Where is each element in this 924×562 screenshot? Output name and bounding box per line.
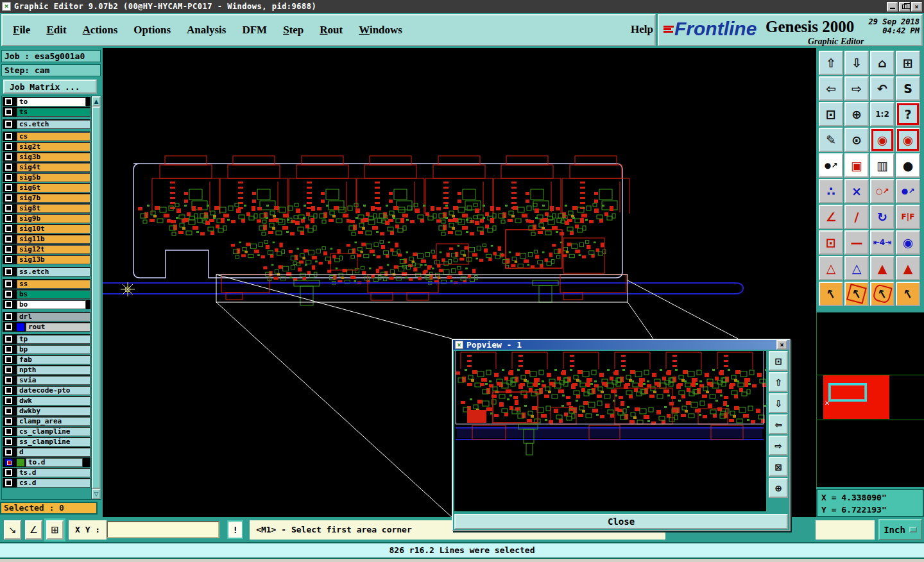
layer-checkbox[interactable] — [5, 346, 12, 353]
popview-close-button[interactable]: Close — [454, 514, 788, 529]
layer-row[interactable]: ts — [3, 107, 90, 117]
layer-checkbox[interactable] — [5, 438, 12, 445]
layer-row[interactable]: sig7b — [3, 193, 90, 203]
layer-row[interactable]: to.d ▼⊞ — [3, 457, 90, 467]
split-window-xy-button[interactable]: ⊞ — [896, 51, 920, 75]
layer-checkbox[interactable] — [5, 215, 12, 222]
close-button[interactable]: × — [911, 2, 922, 12]
layer-name[interactable]: bp — [17, 345, 90, 354]
measure-gap-button[interactable]: ⇤4⇥ — [870, 230, 894, 255]
select-net-button[interactable]: ↖ — [896, 282, 920, 306]
layer-checkbox[interactable] — [5, 280, 12, 287]
edit-symbol-button[interactable]: ▣ — [844, 153, 869, 178]
popview-title-bar[interactable]: × Popview - 1 × — [453, 340, 789, 350]
menu-item[interactable]: Analysis — [187, 24, 226, 37]
scale-1-2-button[interactable]: 1:2 — [870, 102, 894, 126]
layer-checkbox[interactable] — [5, 323, 12, 330]
layer-checkbox[interactable] — [5, 98, 12, 105]
units-button[interactable]: Inch — [878, 519, 922, 540]
zoom-target-button[interactable]: ⊙ — [844, 128, 869, 152]
layer-checkbox[interactable] — [5, 205, 12, 212]
layer-checkbox[interactable] — [5, 235, 12, 243]
rotate-object-button[interactable]: ↻ — [870, 205, 894, 229]
layer-row[interactable]: ss_clampline — [3, 437, 90, 447]
merge-surfaces-button[interactable]: ◉ — [896, 230, 920, 255]
alert-button[interactable]: ! — [227, 520, 243, 539]
popview-close-x-button[interactable]: × — [776, 340, 787, 350]
serpentine-view-button[interactable]: S — [896, 76, 920, 101]
layer-name[interactable]: cs.etch — [17, 120, 90, 129]
layer-checkbox[interactable] — [5, 164, 12, 171]
move-object-button[interactable]: ●↗ — [896, 179, 920, 203]
layer-checkbox[interactable] — [5, 133, 12, 140]
layer-name[interactable]: sig9b — [17, 214, 90, 223]
layer-name[interactable]: d — [17, 448, 90, 457]
layer-checkbox[interactable] — [5, 268, 12, 275]
stretch-line-button[interactable]: — — [844, 230, 869, 255]
scroll-down-icon[interactable]: ▽ — [92, 489, 101, 499]
popview-canvas[interactable] — [454, 351, 766, 511]
layer-name[interactable]: cs.d — [17, 479, 90, 488]
popview-clone-button[interactable]: ⊡ — [769, 351, 788, 371]
layer-checkbox[interactable] — [5, 356, 12, 363]
layer-checkbox[interactable] — [5, 194, 12, 201]
layer-row[interactable]: clamp_area — [3, 416, 90, 426]
layer-name[interactable]: datecode-pto — [17, 386, 90, 395]
pan-right-button[interactable]: ⇨ — [844, 76, 869, 101]
layer-row[interactable]: sig12t — [3, 244, 90, 254]
layer-name[interactable]: sig4t — [17, 163, 90, 172]
previous-view-button[interactable]: ↶ — [870, 76, 894, 101]
layer-checkbox[interactable] — [5, 108, 12, 115]
fit-window-button[interactable]: ⊡ — [819, 102, 843, 126]
layer-row[interactable]: sig9b — [3, 214, 90, 223]
layer-row[interactable]: cs_clampline — [3, 427, 90, 436]
layer-name[interactable]: rout — [26, 323, 90, 332]
triangle-tool-2-button[interactable]: △ — [844, 256, 869, 280]
popview-pan-left-button[interactable]: ⇦ — [769, 414, 788, 434]
layer-name[interactable]: ss — [17, 280, 90, 289]
layer-row[interactable]: tp — [3, 334, 90, 344]
layer-name[interactable]: to.d — [26, 458, 83, 467]
net-connect-button[interactable]: ∴ — [819, 179, 843, 203]
select-polygon-button[interactable]: ↖ — [870, 282, 894, 306]
layer-row[interactable]: ss.etch — [3, 267, 90, 277]
layer-name[interactable]: ts — [17, 108, 90, 117]
layer-name[interactable]: ss.etch — [17, 268, 90, 277]
layer-checkbox[interactable] — [5, 153, 12, 160]
layer-checkbox[interactable] — [5, 291, 12, 298]
layer-checkbox[interactable] — [5, 121, 12, 128]
layer-checkbox[interactable] — [5, 174, 12, 181]
menu-item[interactable]: Windows — [359, 24, 402, 37]
display-profile-1-button[interactable]: ◉ — [870, 128, 894, 152]
select-frame-button[interactable]: ↖ — [844, 282, 869, 306]
layer-checkbox[interactable] — [5, 418, 12, 425]
popview-pan-right-button[interactable]: ⇨ — [769, 436, 788, 456]
layer-name[interactable]: sig12t — [17, 245, 90, 254]
popview-zoom-in-button[interactable]: ⇩ — [769, 393, 788, 413]
triangle-tool-3-button[interactable]: ▲ — [870, 256, 894, 280]
layer-checkbox[interactable] — [5, 256, 12, 263]
layer-name[interactable]: fab — [17, 355, 90, 364]
layer-name[interactable]: cs_clampline — [17, 427, 90, 436]
layer-row[interactable]: drl — [3, 312, 90, 321]
layer-name[interactable]: sig8t — [17, 204, 90, 213]
layer-name[interactable]: drl — [17, 312, 90, 321]
layer-checkbox[interactable] — [5, 313, 12, 320]
xy-input[interactable] — [107, 521, 219, 538]
layer-checkbox[interactable] — [5, 407, 12, 414]
layer-row[interactable]: sig8t — [3, 203, 90, 213]
layer-name[interactable]: sig2t — [17, 142, 90, 151]
layer-row[interactable]: dwk — [3, 396, 90, 405]
mirror-object-button[interactable]: F|F — [896, 205, 920, 229]
measure-angle-button[interactable]: ∠ — [25, 520, 42, 540]
triangle-tool-1-button[interactable]: △ — [819, 256, 843, 280]
slant-line-button[interactable]: ∕ — [844, 205, 869, 229]
layer-name[interactable]: dwk — [17, 396, 90, 405]
layer-checkbox[interactable] — [5, 479, 12, 486]
layer-checkbox[interactable] — [5, 469, 12, 476]
menu-item[interactable]: Rout — [320, 24, 343, 37]
popview-fit-out-button[interactable]: ⊕ — [769, 478, 788, 498]
display-profile-2-button[interactable]: ◉ — [896, 128, 920, 152]
layer-row[interactable]: sig3b — [3, 152, 90, 162]
popview-fit-in-button[interactable]: ⊠ — [769, 457, 788, 477]
